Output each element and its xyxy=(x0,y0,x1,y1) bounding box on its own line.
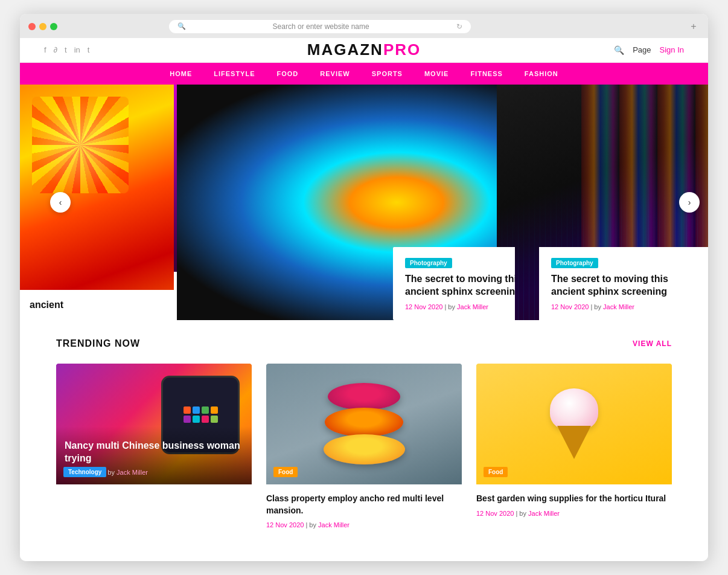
nav-food[interactable]: FOOD xyxy=(266,63,310,85)
search-button[interactable]: 🔍 xyxy=(614,45,624,55)
card2-title: Class property employ ancho red multi le… xyxy=(266,493,462,516)
new-tab-button[interactable]: + xyxy=(688,21,700,33)
donut-bottom xyxy=(324,434,405,464)
hero-card-center: Photography The secret to moving this an… xyxy=(393,247,515,320)
center-card-tag: Photography xyxy=(405,258,452,268)
facebook-icon[interactable]: f xyxy=(44,45,46,54)
main-nav: HOME LIFESTYLE FOOD REVIEW SPORTS MOVIE … xyxy=(20,63,708,85)
hero-slide-center: Photography The secret to moving this an… xyxy=(177,85,515,320)
top-bar: f ∂ t in t MAGAZNPRO 🔍 Page Sign In xyxy=(20,38,708,63)
trending-card-2[interactable]: Food Class property employ ancho red mul… xyxy=(266,364,462,537)
trending-card-1[interactable]: Technology Nancy multi Chinese business … xyxy=(56,364,252,537)
right-card-title: The secret to moving this ancient sphinx… xyxy=(551,273,696,298)
trending-header: TRENDING NOW VIEW ALL xyxy=(56,338,672,349)
hero-card-right: Photography The secret to moving this an… xyxy=(539,247,708,320)
twitter-icon[interactable]: t xyxy=(65,45,67,54)
nav-home[interactable]: HOME xyxy=(159,63,203,85)
minimize-dot[interactable] xyxy=(39,23,46,30)
ice-cream-scoop xyxy=(550,388,598,431)
prev-button[interactable]: ‹ xyxy=(50,192,71,213)
card2-tag: Food xyxy=(273,467,298,477)
card1-tag: Technology xyxy=(63,467,106,477)
center-card-meta: 12 Nov 2020 | by Jack Miller xyxy=(405,303,515,310)
trending-grid: Technology Nancy multi Chinese business … xyxy=(56,364,672,537)
card3-tag: Food xyxy=(484,467,508,477)
donut-middle xyxy=(325,408,403,437)
linkedin-icon[interactable]: in xyxy=(74,45,80,54)
trending-card-3[interactable]: Food Best garden wing supplies for the h… xyxy=(476,364,672,537)
card3-title: Best garden wing supplies for the hortic… xyxy=(476,493,672,505)
card2-body: Class property employ ancho red multi le… xyxy=(266,484,462,537)
hero-slide-left: ancient xyxy=(20,85,189,320)
browser-window: 🔍 Search or enter website name ↻ + f ∂ t… xyxy=(20,14,708,561)
donut-top xyxy=(328,383,400,410)
logo[interactable]: MAGAZNPRO xyxy=(307,40,421,59)
maximize-dot[interactable] xyxy=(50,23,57,30)
top-right-actions: 🔍 Page Sign In xyxy=(614,45,684,55)
nav-fitness[interactable]: FITNESS xyxy=(459,63,513,85)
view-all-button[interactable]: VIEW ALL xyxy=(633,339,672,348)
googleplus-icon[interactable]: ∂ xyxy=(54,45,57,54)
browser-dots xyxy=(28,23,57,30)
close-dot[interactable] xyxy=(28,23,36,30)
card1-title: Nancy multi Chinese business woman tryin… xyxy=(65,440,243,465)
trending-section: TRENDING NOW VIEW ALL xyxy=(20,320,708,561)
social-icons: f ∂ t in t xyxy=(44,45,89,54)
card3-meta: 12 Nov 2020 | by Jack Miller xyxy=(476,510,672,517)
trending-title: TRENDING NOW xyxy=(56,338,140,349)
tumblr-icon[interactable]: t xyxy=(88,45,90,54)
ice-cream-visual xyxy=(550,388,598,459)
hero-left-partial-text: ancient xyxy=(30,300,63,310)
right-card-tag: Photography xyxy=(551,258,598,268)
nav-lifestyle[interactable]: LIFESTYLE xyxy=(203,63,266,85)
card2-image: Food xyxy=(266,364,462,484)
card3-image: Food xyxy=(476,364,672,484)
address-text: Search or enter website name xyxy=(190,22,453,31)
hero-slider: ancient Photography The secret to moving… xyxy=(20,85,708,320)
next-button[interactable]: › xyxy=(679,192,700,213)
card3-body: Best garden wing supplies for the hortic… xyxy=(476,484,672,525)
site-content: f ∂ t in t MAGAZNPRO 🔍 Page Sign In HOME… xyxy=(20,38,708,561)
hero-slide-right: Photography The secret to moving this an… xyxy=(497,85,708,320)
nav-movie[interactable]: MOVIE xyxy=(413,63,459,85)
nav-sports[interactable]: SPORTS xyxy=(361,63,413,85)
search-icon: 🔍 xyxy=(177,22,186,30)
card1-overlay: Technology Nancy multi Chinese business … xyxy=(56,426,252,484)
address-bar[interactable]: 🔍 Search or enter website name ↻ xyxy=(169,20,471,33)
nav-fashion[interactable]: FASHION xyxy=(514,63,569,85)
nav-review[interactable]: REVIEW xyxy=(309,63,360,85)
card1-image: Technology Nancy multi Chinese business … xyxy=(56,364,252,484)
sign-in-button[interactable]: Sign In xyxy=(660,45,684,54)
right-card-meta: 12 Nov 2020 | by Jack Miller xyxy=(551,303,696,310)
browser-chrome: 🔍 Search or enter website name ↻ + xyxy=(20,14,708,38)
card2-meta: 12 Nov 2020 | by Jack Miller xyxy=(266,521,462,528)
reload-icon[interactable]: ↻ xyxy=(456,22,462,31)
ice-cream-cone xyxy=(557,426,591,459)
page-link[interactable]: Page xyxy=(633,45,651,54)
center-card-title: The secret to moving this ancient sphinx… xyxy=(405,273,515,298)
